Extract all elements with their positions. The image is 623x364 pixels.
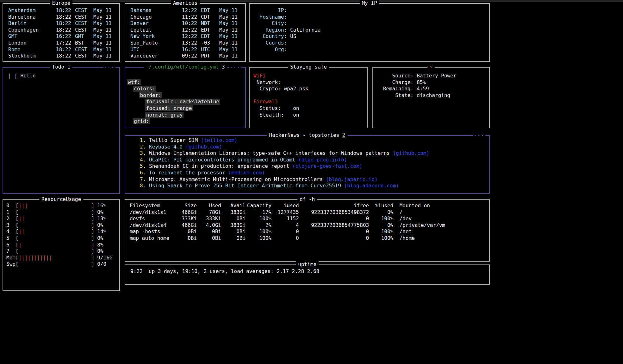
clock-date: May 11	[219, 7, 238, 14]
panel-europe-title: Europe	[50, 0, 73, 7]
df-cell: 4.0Gi	[197, 222, 221, 229]
hn-story-domain: (blog.japaric.io)	[326, 176, 378, 182]
df-cell: 0	[271, 235, 299, 242]
df-cell: 100%	[246, 228, 271, 235]
meter-bars	[19, 209, 91, 216]
df-header-cell: iused	[271, 203, 299, 209]
meter-value: 14%	[97, 228, 106, 235]
clock-time: 17:22	[53, 40, 71, 46]
meter-bars: |||	[19, 203, 91, 209]
df-cell: /	[393, 209, 489, 216]
hn-story-domain: (medium.com)	[228, 170, 265, 176]
df-cell: /dev/disk1s4	[130, 222, 172, 229]
meter-label: 0	[6, 203, 16, 209]
clock-timezone: CEST	[75, 53, 93, 59]
battery-label: Remaining:	[373, 86, 414, 92]
df-cell: /net	[393, 228, 489, 235]
clock-row: Stockholm18:22CESTMay 11	[3, 53, 119, 59]
clock-time: 11:22	[179, 14, 197, 21]
df-header-cell: Capacity	[246, 203, 271, 209]
df-cell: 17%	[246, 209, 271, 216]
ip-info-value: US	[290, 33, 296, 40]
df-cell: 0%	[369, 209, 393, 216]
ip-info-row: Org:	[250, 46, 489, 53]
meter-label: Mem	[6, 255, 16, 261]
clock-row: New_York12:22EDTMay 11	[125, 33, 245, 40]
panel-americas-title: Americas	[171, 0, 200, 7]
meter-bars: ||	[19, 215, 91, 222]
hn-story[interactable]: 7.Microamp: Asymmetric Multi-Processing …	[140, 176, 489, 183]
clock-row: UTC16:22UTCMay 11	[125, 46, 245, 53]
ip-info-row: Coords:	[250, 40, 489, 46]
meter-label: 1	[6, 209, 16, 216]
clock-date: May 11	[219, 53, 238, 59]
panel-config-yml[interactable]: ~/.config/wtf/config.yml 3 ··· wtf: colo…	[125, 67, 246, 128]
config-line-text: focused: orange	[145, 105, 193, 111]
panel-staying-safe: Staying safe WiFi Network: Crypto: wpa2-…	[249, 67, 368, 128]
clock-date: May 11	[219, 40, 238, 46]
clock-row: Rome18:22CESTMay 11	[3, 46, 119, 53]
ip-info-row: Hostname:	[250, 14, 489, 21]
battery-row: Charge:85%	[373, 79, 489, 86]
battery-label: State:	[373, 92, 414, 99]
panel-todo[interactable]: Todo 1 ··· | | Hello	[3, 67, 120, 194]
meter-value: 13%	[97, 215, 106, 222]
clock-date: May 11	[93, 20, 112, 27]
clock-date: May 11	[93, 46, 112, 53]
clock-city: Sao_Paolo	[130, 40, 179, 46]
hn-story[interactable]: 8.Using Spark to Prove 255-Bit Integer A…	[140, 183, 489, 189]
df-cell: 0Bi	[197, 228, 221, 235]
clock-timezone: EDT	[201, 33, 219, 40]
hn-story[interactable]: 4.OCaPIC: PIC microcontrollers programme…	[140, 157, 489, 163]
meter-row: 1[]0%	[6, 209, 119, 216]
hn-story-domain: (github.com)	[186, 144, 222, 150]
hn-story-domain: (clojure-goes-fast.com)	[292, 163, 363, 169]
hn-story-rank: 3.	[140, 150, 146, 157]
meter-row: 5[]0%	[6, 235, 119, 242]
df-header-cell: Avail	[221, 203, 246, 209]
panel-resource-usage: ResourceUsage 0[|||]16%1[]0%2[||]13%3[]0…	[3, 199, 120, 291]
clock-row: Barcelona18:22CESTMay 11	[3, 14, 119, 21]
panel-hackernews[interactable]: HackerNews - topstories 2 ··· 1.Twilio S…	[125, 135, 490, 194]
hn-story[interactable]: 3.Windows Implementation Libraries: type…	[140, 150, 489, 157]
meter-row: Swp[]0/0	[6, 261, 119, 268]
clock-timezone: EDT	[201, 27, 219, 33]
meter-row: 3[]0%	[6, 222, 119, 229]
meter-bracket-close: ]	[91, 255, 95, 261]
config-file-view: wtf: colors: border: focusable: darkslat…	[125, 68, 245, 125]
df-cell: 466Gi	[172, 209, 197, 216]
config-line: grid:	[127, 118, 245, 125]
clock-row: GMT16:22GMTMay 11	[3, 33, 119, 40]
df-cell: map -hosts	[130, 228, 172, 235]
df-cell: 0Bi	[221, 228, 246, 235]
todo-item[interactable]: | | Hello	[8, 73, 119, 79]
clock-row: Iqaluit12:22EDTMay 11	[125, 27, 245, 33]
meter-bracket-close: ]	[91, 261, 95, 268]
clock-city: Iqaluit	[130, 27, 179, 33]
meter-bars	[19, 222, 91, 229]
hn-story-title: Windows Implementation Libraries: type-s…	[149, 150, 390, 156]
filesystem-table: FilesystemSizeUsedAvailCapacityiusedifre…	[125, 200, 489, 242]
meter-bracket-open: [	[16, 248, 19, 255]
df-cell: 0	[299, 228, 369, 235]
clock-date: May 11	[219, 27, 238, 33]
panel-europe: Europe Amsterdam18:22CESTMay 11Barcelona…	[3, 3, 120, 62]
df-cell: 0Bi	[172, 228, 197, 235]
df-cell: 4	[271, 222, 299, 229]
df-cell: 0%	[369, 222, 393, 229]
clock-date: May 11	[93, 7, 112, 14]
hn-story[interactable]: 6.To reinvent the processor (medium.com)	[140, 170, 489, 176]
hn-story[interactable]: 2.Keybase 4.0 (github.com)	[140, 144, 489, 150]
df-cell: 100%	[369, 235, 393, 242]
clock-timezone: PDT	[201, 53, 219, 59]
clock-date: May 11	[219, 33, 238, 40]
config-line: colors:	[127, 86, 245, 92]
df-cell: 78Gi	[197, 209, 221, 216]
hn-story-rank: 4.	[140, 157, 146, 163]
df-cell: 2%	[246, 222, 271, 229]
hn-story[interactable]: 5.Shenandoah GC in production: experienc…	[140, 163, 489, 170]
config-shortcut-key: 3	[222, 64, 225, 70]
safe-line: Stealth: on	[253, 112, 367, 118]
clock-timezone: -03	[201, 40, 219, 46]
clock-date: May 11	[93, 27, 112, 33]
